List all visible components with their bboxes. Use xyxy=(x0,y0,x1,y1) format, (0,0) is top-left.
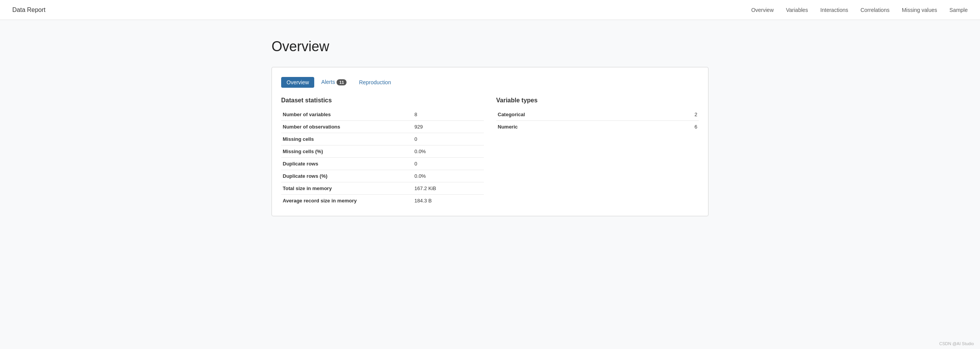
dataset-statistics-heading: Dataset statistics xyxy=(281,97,484,104)
vartype-value: 2 xyxy=(666,109,699,121)
stat-value: 0 xyxy=(413,133,484,145)
nav-missing-values[interactable]: Missing values xyxy=(902,7,937,13)
nav-sample[interactable]: Sample xyxy=(950,7,968,13)
table-row: Categorical 2 xyxy=(496,109,699,121)
overview-card: Overview Alerts11 Reproduction Dataset s… xyxy=(272,67,708,216)
stat-value: 929 xyxy=(413,121,484,133)
tab-overview[interactable]: Overview xyxy=(281,77,314,88)
vartype-value: 6 xyxy=(666,121,699,133)
stat-value: 167.2 KiB xyxy=(413,182,484,195)
stat-label: Number of variables xyxy=(281,109,413,121)
main-navigation: Overview Variables Interactions Correlat… xyxy=(751,7,968,13)
stat-value: 8 xyxy=(413,109,484,121)
stat-value: 0.0% xyxy=(413,145,484,158)
table-row: Missing cells 0 xyxy=(281,133,484,145)
table-row: Numeric 6 xyxy=(496,121,699,133)
table-row: Missing cells (%) 0.0% xyxy=(281,145,484,158)
table-row: Total size in memory 167.2 KiB xyxy=(281,182,484,195)
table-row: Number of variables 8 xyxy=(281,109,484,121)
dataset-statistics-section: Dataset statistics Number of variables 8… xyxy=(281,97,484,207)
main-content: Overview Overview Alerts11 Reproduction … xyxy=(259,20,721,235)
stat-label: Missing cells (%) xyxy=(281,145,413,158)
vartype-label: Categorical xyxy=(496,109,666,121)
tab-reproduction[interactable]: Reproduction xyxy=(353,77,396,88)
variable-types-table: Categorical 2 Numeric 6 xyxy=(496,109,699,133)
stat-label: Average record size in memory xyxy=(281,195,413,207)
tab-alerts[interactable]: Alerts11 xyxy=(316,77,352,88)
table-row: Number of observations 929 xyxy=(281,121,484,133)
vartype-label: Numeric xyxy=(496,121,666,133)
stat-value: 184.3 B xyxy=(413,195,484,207)
stat-label: Total size in memory xyxy=(281,182,413,195)
stat-label: Duplicate rows (%) xyxy=(281,170,413,182)
alerts-badge: 11 xyxy=(337,79,347,85)
stat-label: Number of observations xyxy=(281,121,413,133)
variable-types-heading: Variable types xyxy=(496,97,699,104)
stats-two-col: Dataset statistics Number of variables 8… xyxy=(281,97,699,207)
table-row: Duplicate rows (%) 0.0% xyxy=(281,170,484,182)
top-nav-bar: Data Report Overview Variables Interacti… xyxy=(0,0,980,20)
nav-overview[interactable]: Overview xyxy=(751,7,773,13)
nav-correlations[interactable]: Correlations xyxy=(860,7,889,13)
tab-bar: Overview Alerts11 Reproduction xyxy=(281,77,699,88)
table-row: Average record size in memory 184.3 B xyxy=(281,195,484,207)
stat-label: Duplicate rows xyxy=(281,158,413,170)
variable-types-section: Variable types Categorical 2 Numeric 6 xyxy=(496,97,699,207)
stat-value: 0.0% xyxy=(413,170,484,182)
stat-value: 0 xyxy=(413,158,484,170)
app-title: Data Report xyxy=(12,7,45,13)
nav-variables[interactable]: Variables xyxy=(786,7,808,13)
page-title: Overview xyxy=(272,38,708,55)
nav-interactions[interactable]: Interactions xyxy=(820,7,848,13)
stat-label: Missing cells xyxy=(281,133,413,145)
dataset-statistics-table: Number of variables 8 Number of observat… xyxy=(281,109,484,207)
table-row: Duplicate rows 0 xyxy=(281,158,484,170)
